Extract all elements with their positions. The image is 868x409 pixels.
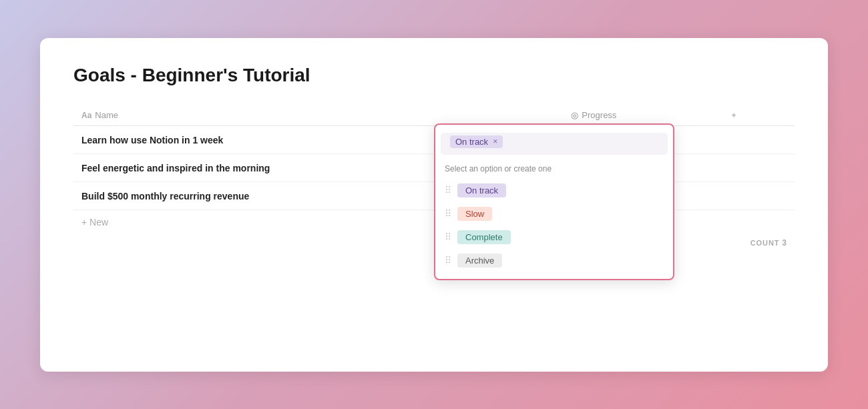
col-progress-label: Progress [582,110,616,120]
extra-cell-2 [723,154,795,182]
aa-icon: Aa [81,111,91,120]
drag-handle-icon: ⠿ [445,232,451,242]
dropdown-option-archive[interactable]: ⠿ Archive [435,249,673,272]
add-column-button[interactable]: + [731,110,736,120]
table-header-row: Aa Name ◎ Progress + [73,105,795,126]
option-badge-slow[interactable]: Slow [457,207,492,221]
close-tag-button[interactable]: × [493,137,497,146]
extra-cell-3 [723,182,795,210]
extra-cell-1 [723,126,795,154]
dropdown-option-complete[interactable]: ⠿ Complete [435,226,673,249]
col-name-label: Name [95,110,118,120]
selected-tag: On track × [450,135,503,148]
dropdown-hint: Select an option or create one [435,160,673,179]
option-badge-archive[interactable]: Archive [457,254,502,268]
option-badge-complete[interactable]: Complete [457,230,511,244]
selected-tag-label: On track [455,137,488,147]
col-header-add[interactable]: + [723,105,795,126]
target-icon: ◎ [571,110,578,120]
progress-dropdown[interactable]: On track × Select an option or create on… [434,123,674,280]
drag-handle-icon: ⠿ [445,208,451,219]
col-header-name: Aa Name [73,105,563,126]
dropdown-selected-row: On track × [441,133,668,155]
option-badge-ontrack[interactable]: On track [457,183,506,197]
page-title: Goals - Beginner's Tutorial [73,65,795,86]
drag-handle-icon: ⠿ [445,185,451,195]
count-value: 3 [782,238,787,248]
dropdown-option-ontrack[interactable]: ⠿ On track [435,179,673,202]
dropdown-option-slow[interactable]: ⠿ Slow [435,202,673,226]
main-card: Goals - Beginner's Tutorial Aa Name ◎ Pr… [40,38,828,372]
table-wrapper: Aa Name ◎ Progress + [73,105,795,248]
drag-handle-icon: ⠿ [445,255,451,266]
col-header-progress: ◎ Progress [563,105,723,126]
count-label: COUNT [750,239,780,247]
